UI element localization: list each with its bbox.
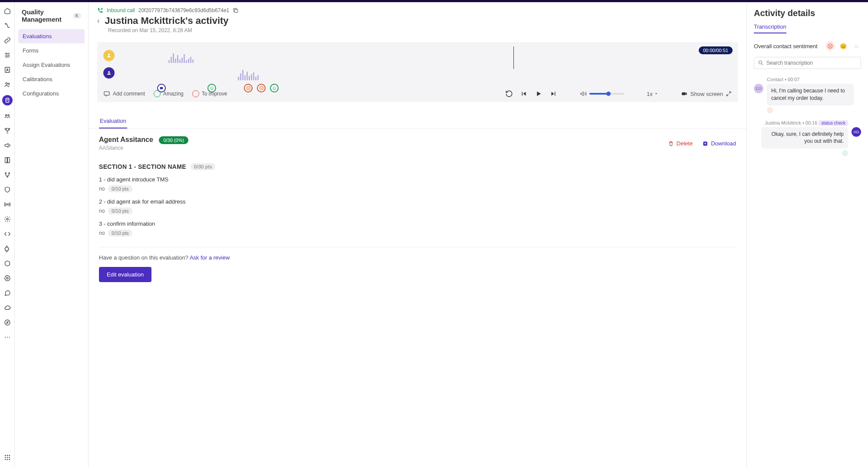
- sentiment-negative-icon[interactable]: ☹: [825, 41, 835, 51]
- subnav-item-assign[interactable]: Assign Evaluations: [18, 58, 85, 72]
- section-points: 0/30 pts: [191, 163, 216, 170]
- subnav: Quality Management K Evaluations Forms A…: [15, 2, 89, 467]
- more-icon[interactable]: ⋯: [3, 333, 12, 342]
- answer-value: no: [99, 186, 105, 192]
- svg-point-10: [7, 204, 8, 205]
- svg-point-20: [9, 457, 10, 458]
- search-input[interactable]: [766, 60, 857, 66]
- code-icon[interactable]: [3, 230, 12, 238]
- answer-value: no: [99, 208, 105, 214]
- msg-bubble: Hi, I'm calling because I need to cancel…: [767, 84, 854, 105]
- svg-point-31: [759, 61, 762, 64]
- quality-icon[interactable]: [2, 95, 13, 105]
- subnav-item-evaluations[interactable]: Evaluations: [18, 29, 85, 43]
- footer-question: Have a question on this evaluation? Ask …: [99, 247, 736, 261]
- msg-meta: Justina Mckittrick • 00:16 status check: [754, 120, 861, 125]
- cloud-icon[interactable]: [3, 303, 12, 312]
- routing-icon[interactable]: [3, 21, 12, 30]
- customer-avatar-icon: [103, 50, 115, 61]
- call-type: Inbound call: [107, 7, 135, 13]
- svg-point-7: [5, 173, 6, 174]
- sentiment-neutral-icon[interactable]: 😐: [838, 41, 848, 51]
- icon-rail: ⋯: [0, 2, 15, 467]
- link-icon[interactable]: [3, 36, 12, 45]
- users-icon[interactable]: [3, 80, 12, 89]
- announce-icon[interactable]: [3, 141, 12, 150]
- content-tabs: Evaluation: [89, 106, 746, 129]
- ask-review-link[interactable]: Ask for a review: [190, 254, 230, 261]
- subnav-item-forms[interactable]: Forms: [18, 43, 85, 58]
- section-title: SECTION 1 - SECTION NAME 0/30 pts: [99, 163, 736, 170]
- question-text: 1 - did agent introduce TMS: [99, 176, 736, 183]
- tab-evaluation[interactable]: Evaluation: [99, 114, 127, 128]
- subnav-item-configurations[interactable]: Configurations: [18, 86, 85, 101]
- shield-icon[interactable]: [3, 185, 12, 194]
- edit-evaluation-button[interactable]: Edit evaluation: [99, 267, 151, 282]
- book-icon[interactable]: [3, 156, 12, 164]
- contact-avatar: CO: [754, 84, 763, 93]
- apps-icon[interactable]: [3, 453, 12, 462]
- question-text: 3 - confirm information: [99, 220, 736, 227]
- chat-icon[interactable]: [3, 289, 12, 297]
- waveform[interactable]: 00:00/00:51: [97, 42, 738, 86]
- agent-avatar: AG: [852, 127, 861, 137]
- svg-point-1: [7, 69, 8, 70]
- copy-icon[interactable]: [233, 7, 239, 13]
- negative-marker-icon[interactable]: ☹: [244, 84, 253, 92]
- gear-icon[interactable]: [3, 215, 12, 224]
- trophy-icon[interactable]: [3, 126, 12, 135]
- svg-point-18: [5, 457, 6, 458]
- svg-point-3: [8, 83, 9, 84]
- panel-title: Activity details: [754, 8, 861, 18]
- sentiment-row: Overall contact sentiment ☹ 😐 ☺: [754, 41, 861, 51]
- positive-marker-icon[interactable]: ☺: [270, 84, 279, 92]
- agent-avatar-icon: [103, 67, 115, 79]
- broadcast-icon[interactable]: [3, 200, 12, 209]
- settings-sliders-icon[interactable]: [3, 51, 12, 59]
- msg-meta: Contact • 00:07: [754, 77, 861, 82]
- svg-point-15: [5, 455, 6, 456]
- evaluation-name: Agent Assitance: [99, 136, 153, 143]
- svg-point-21: [5, 459, 6, 460]
- trash-icon: [668, 141, 674, 147]
- playhead[interactable]: [513, 46, 514, 69]
- subnav-badge: K: [73, 13, 81, 19]
- contact-icon[interactable]: [3, 66, 12, 74]
- svg-point-23: [9, 459, 10, 460]
- headset-icon[interactable]: [3, 274, 12, 283]
- back-button[interactable]: ‹: [97, 17, 99, 25]
- msg-sentiment-icon: [767, 107, 773, 113]
- msg-tag: status check: [819, 120, 848, 126]
- hex-icon[interactable]: [3, 259, 12, 268]
- inbound-call-icon: [97, 7, 103, 13]
- puzzle-icon[interactable]: [3, 244, 12, 253]
- negative-marker-icon[interactable]: ☹: [257, 84, 266, 92]
- subnav-item-calibrations[interactable]: Calibrations: [18, 72, 85, 86]
- svg-point-13: [7, 277, 8, 279]
- positive-marker-icon[interactable]: ☺: [207, 84, 216, 92]
- question-row: 2 - did agent ask for email address no0/…: [99, 198, 736, 214]
- question-text: 2 - did agent ask for email address: [99, 198, 736, 205]
- branch-icon[interactable]: [3, 171, 12, 179]
- svg-point-19: [7, 457, 8, 458]
- delete-button[interactable]: Delete: [668, 140, 693, 147]
- svg-point-9: [7, 176, 8, 178]
- main-content: Inbound call 20f2077973b743679e6c93d6d5b…: [89, 2, 746, 467]
- note-marker-icon[interactable]: [157, 84, 166, 92]
- tab-transcription[interactable]: Transcription: [754, 23, 786, 33]
- download-button[interactable]: Download: [702, 140, 736, 147]
- search-icon: [758, 60, 764, 66]
- home-icon[interactable]: [3, 7, 12, 15]
- svg-point-11: [7, 218, 8, 220]
- question-points: 0/10 pts: [108, 230, 132, 237]
- sentiment-positive-icon[interactable]: ☺: [852, 41, 861, 51]
- page-title: Justina Mckittrick's activity: [105, 15, 228, 26]
- subnav-title: Quality Management K: [18, 7, 85, 29]
- svg-point-16: [7, 455, 8, 456]
- activity-details-panel: Activity details Transcription Overall c…: [746, 2, 868, 467]
- team-icon[interactable]: [3, 112, 12, 120]
- question-row: 3 - confirm information no0/10 pts: [99, 220, 736, 237]
- search-transcription[interactable]: [754, 57, 861, 69]
- compass-icon[interactable]: [3, 318, 12, 327]
- msg-sentiment-icon: [842, 150, 848, 156]
